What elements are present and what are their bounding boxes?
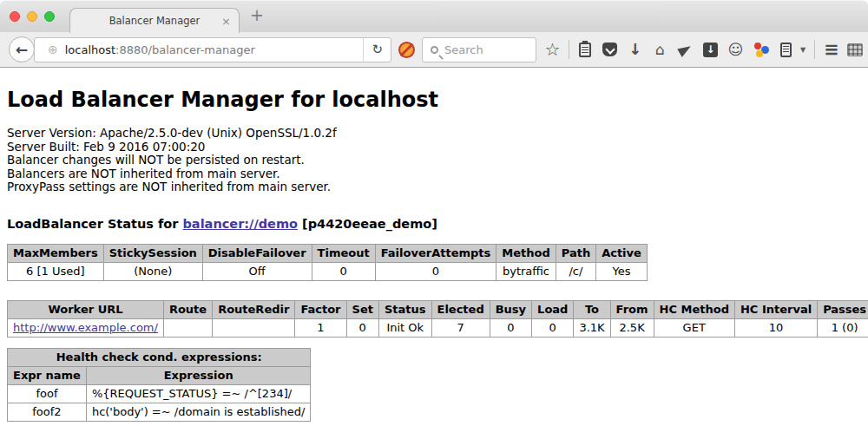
table-row: 6 [1 Used] (None) Off 0 0 bytraffic /c/ …: [8, 262, 648, 280]
cell-set: 0: [346, 318, 378, 337]
col-method: Method: [496, 244, 556, 262]
status-suffix: [p4420eeae_demo]: [302, 217, 437, 231]
pocket-icon[interactable]: [602, 43, 617, 56]
tab-title: Balancer Manager: [109, 15, 201, 27]
worker-url-link[interactable]: http://www.example.com/: [13, 321, 158, 334]
col-worker-url: Worker URL: [8, 300, 164, 318]
table-caption-row: Health check cond. expressions:: [8, 348, 311, 366]
site-identity-globe-icon[interactable]: ⊕: [48, 43, 58, 56]
window-controls: [10, 11, 55, 22]
tab-groups-icon[interactable]: [847, 43, 863, 56]
balancers-inherit-line: Balancers are NOT inherited from main se…: [7, 167, 861, 181]
col-disablefailover: DisableFailover: [202, 244, 312, 262]
col-hc-method: HC Method: [654, 300, 734, 318]
bookmark-star-icon[interactable]: ☆: [543, 41, 562, 58]
url-host: localhost: [65, 43, 115, 56]
cell-expr-name: foof2: [8, 403, 87, 421]
home-icon[interactable]: ⌂: [651, 43, 669, 57]
search-icon: [431, 46, 438, 54]
health-check-expressions-table: Health check cond. expressions: Expr nam…: [7, 348, 311, 422]
toolbar-separator: [814, 40, 815, 59]
reload-icon[interactable]: ↻: [364, 42, 391, 57]
cell-routeredir: [213, 318, 295, 337]
search-input[interactable]: Search: [422, 37, 536, 62]
col-load: Load: [532, 300, 574, 318]
server-built-line: Server Built: Feb 9 2016 07:00:20: [7, 141, 861, 154]
hc-table-caption: Health check cond. expressions:: [8, 348, 311, 366]
col-elected: Elected: [431, 300, 490, 318]
balancer-settings-table: MaxMembers StickySession DisableFailover…: [7, 244, 648, 281]
table-header-row: Expr name Expression: [8, 366, 311, 384]
cell-worker-url: http://www.example.com/: [8, 318, 164, 337]
url-bar[interactable]: ⊕ localhost:8880/balancer-manager ↻: [34, 37, 391, 62]
col-hc-interval: HC Interval: [734, 300, 817, 318]
toolbar-separator: [569, 40, 569, 59]
zoom-window-button[interactable]: [44, 11, 55, 22]
col-busy: Busy: [490, 300, 531, 318]
col-path: Path: [556, 244, 595, 262]
search-placeholder: Search: [444, 43, 483, 56]
cell-from: 2.5K: [610, 318, 654, 337]
cell-busy: 0: [490, 318, 531, 337]
emoji-addon-icon[interactable]: ☺: [727, 43, 745, 57]
col-failoverattempts: FailoverAttempts: [375, 244, 496, 262]
server-version-line: Server Version: Apache/2.5.0-dev (Unix) …: [7, 127, 861, 141]
reading-list-icon[interactable]: [579, 43, 591, 57]
send-tab-icon[interactable]: [677, 42, 693, 56]
col-stickysession: StickySession: [103, 244, 202, 262]
proxypass-settings-line: ProxyPass settings are NOT inherited fro…: [7, 180, 861, 194]
col-routeredir: RouteRedir: [213, 300, 295, 318]
col-from: From: [610, 300, 654, 318]
col-to: To: [574, 300, 610, 318]
page-content: Load Balancer Manager for localhost Serv…: [0, 88, 868, 426]
cell-path: /c/: [556, 262, 595, 280]
table-header-row: MaxMembers StickySession DisableFailover…: [8, 244, 648, 262]
balancer-demo-link[interactable]: balancer://demo: [182, 217, 298, 231]
table-row: http://www.example.com/ 1 0 Init Ok 7 0 …: [8, 318, 868, 337]
cell-passes: 1 (0): [818, 318, 868, 337]
col-maxmembers: MaxMembers: [8, 244, 104, 262]
status-prefix: LoadBalancer Status for: [7, 217, 178, 231]
cell-hc-interval: 10: [734, 318, 817, 337]
battery-addon-icon[interactable]: [780, 43, 792, 57]
minimize-window-button[interactable]: [27, 11, 37, 22]
tab-balancer-manager[interactable]: Balancer Manager ×: [69, 8, 240, 33]
cell-timeout: 0: [312, 262, 375, 280]
col-expr-name: Expr name: [8, 366, 87, 384]
tab-close-icon[interactable]: ×: [221, 15, 231, 28]
table-row: foof2 hc('body') =~ /domain is establish…: [8, 403, 311, 421]
table-header-row: Worker URL Route RouteRedir Factor Set S…: [8, 300, 868, 318]
browser-window: Balancer Manager × + ← ⊕ localhost:8880/…: [0, 0, 868, 426]
close-window-button[interactable]: [10, 11, 20, 22]
loadbalancer-status-heading: LoadBalancer Status for balancer://demo …: [7, 217, 861, 231]
col-status: Status: [378, 300, 431, 318]
new-tab-button[interactable]: +: [250, 5, 264, 24]
cell-expression: %{REQUEST_STATUS} =~ /^[234]/: [86, 384, 311, 403]
col-active: Active: [596, 244, 648, 262]
download-helper-icon[interactable]: ↓: [703, 43, 718, 57]
server-info: Server Version: Apache/2.5.0-dev (Unix) …: [7, 127, 861, 194]
col-set: Set: [346, 300, 378, 318]
hamburger-menu-icon[interactable]: ≡: [822, 41, 840, 59]
worker-status-table: Worker URL Route RouteRedir Factor Set S…: [7, 300, 868, 338]
addon-dropdown-caret-icon[interactable]: ▼: [799, 46, 807, 54]
cell-failoverattempts: 0: [375, 262, 496, 280]
colorful-dots-addon-icon[interactable]: [753, 43, 769, 57]
page-title: Load Balancer Manager for localhost: [7, 88, 861, 112]
col-passes: Passes: [818, 300, 868, 318]
cell-status: Init Ok: [378, 318, 431, 337]
titlebar: Balancer Manager × +: [0, 0, 868, 32]
table-row: foof %{REQUEST_STATUS} =~ /^[234]/: [8, 384, 311, 403]
downloads-icon[interactable]: ↓: [626, 42, 644, 57]
col-timeout: Timeout: [312, 244, 375, 262]
col-expression: Expression: [86, 366, 311, 384]
cell-disablefailover: Off: [202, 262, 312, 280]
cell-hc-method: GET: [654, 318, 734, 337]
cell-route: [163, 318, 212, 337]
cell-active: Yes: [596, 262, 648, 280]
col-route: Route: [163, 300, 212, 318]
cell-to: 3.1K: [574, 318, 610, 337]
adblock-icon[interactable]: [398, 42, 415, 58]
back-button[interactable]: ←: [9, 36, 35, 62]
cell-factor: 1: [295, 318, 346, 337]
